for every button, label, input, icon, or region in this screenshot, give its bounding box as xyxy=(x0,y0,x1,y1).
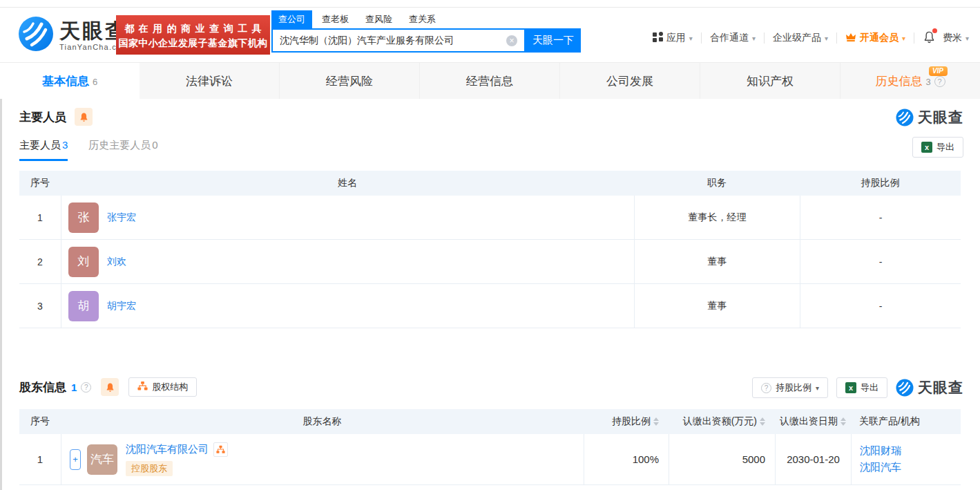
equity-structure-label: 股权结构 xyxy=(152,381,188,393)
chevron-down-icon: ▾ xyxy=(816,384,819,392)
row-amount: 5000 xyxy=(669,434,775,484)
avatar: 胡 xyxy=(68,291,99,321)
person-name-link[interactable]: 刘欢 xyxy=(107,256,126,268)
row-no: 1 xyxy=(19,196,61,239)
chevron-down-icon: ▾ xyxy=(752,35,756,42)
help-icon[interactable]: ? xyxy=(81,382,91,393)
org-chart-icon xyxy=(137,381,148,393)
search-tab-company[interactable]: 查公司 xyxy=(271,10,312,28)
avatar: 张 xyxy=(68,202,99,233)
subtab-current-people[interactable]: 主要人员3 xyxy=(19,139,68,161)
table-row: 2 刘 刘欢 董事 - xyxy=(19,240,961,284)
nav-vip-label: 开通会员 xyxy=(860,32,899,44)
tab-company-development[interactable]: 公司发展 xyxy=(559,63,700,99)
left-edge-strip xyxy=(0,62,2,490)
tab-history-info[interactable]: VIP 历史信息 3 ? xyxy=(840,63,980,99)
col-header-date-sort[interactable]: 认缴出资日期 xyxy=(775,409,851,434)
tab-basic-info[interactable]: 基本信息 6 xyxy=(0,63,140,99)
nav-user[interactable]: 费米 ▾ xyxy=(943,32,969,44)
shareholder-export-button[interactable]: x 导出 xyxy=(836,377,887,398)
sort-icon xyxy=(760,417,765,426)
tab-count: 3 xyxy=(925,77,930,87)
notification-bell-icon[interactable] xyxy=(923,30,936,46)
nav-enterprise[interactable]: 企业级产品 ▾ xyxy=(773,32,828,44)
search-input-wrap: × xyxy=(271,28,526,53)
col-header-label: 认缴出资日期 xyxy=(780,415,838,428)
tianyancha-swirl-icon xyxy=(18,16,59,55)
search-button[interactable]: 天眼一下 xyxy=(526,28,581,53)
person-name-link[interactable]: 张宇宏 xyxy=(107,211,136,224)
table-row: 1 张 张宇宏 董事长，经理 - xyxy=(19,196,961,240)
col-header-ratio-sort[interactable]: 持股比例 xyxy=(584,409,669,434)
nav-partner[interactable]: 合作通道 ▾ xyxy=(710,32,756,44)
nav-apps[interactable]: 应用 ▾ xyxy=(653,32,693,44)
tab-label: 基本信息 xyxy=(42,73,89,89)
tab-legal-proceedings[interactable]: 法律诉讼 xyxy=(140,63,279,99)
search-input[interactable] xyxy=(273,30,524,51)
row-ratio: 100% xyxy=(584,434,669,484)
search-tab-relation[interactable]: 查关系 xyxy=(402,10,443,28)
subtab-history-people[interactable]: 历史主要人员0 xyxy=(88,139,157,161)
monitor-bell-icon[interactable] xyxy=(75,108,93,126)
excel-icon: x xyxy=(921,142,932,153)
related-link[interactable]: 沈阳汽车 xyxy=(860,461,901,474)
col-header-amount-sort[interactable]: 认缴出资额(万元) xyxy=(669,409,775,434)
row-no: 3 xyxy=(19,284,61,328)
chevron-down-icon: ▾ xyxy=(965,35,969,42)
row-ratio: - xyxy=(800,284,961,328)
tianyancha-logo[interactable]: 天眼查 TianYanCha.com xyxy=(18,16,129,55)
watermark-text: 天眼查 xyxy=(918,108,963,127)
ratio-filter-button[interactable]: ? 持股比例 ▾ xyxy=(752,377,828,398)
col-header-no: 序号 xyxy=(19,409,61,434)
nav-divider xyxy=(914,32,914,44)
help-icon[interactable]: ? xyxy=(934,76,945,87)
row-position: 董事长，经理 xyxy=(634,196,800,239)
avatar: 刘 xyxy=(68,247,99,277)
chevron-down-icon: ▾ xyxy=(825,35,828,42)
chevron-down-icon: ▾ xyxy=(902,35,905,42)
promo-line1: 都在用的商业查询工具 xyxy=(120,21,267,36)
tab-label: 公司发展 xyxy=(606,73,653,89)
row-ratio: - xyxy=(800,240,961,283)
shareholder-name-link[interactable]: 沈阳汽车有限公司 xyxy=(126,443,209,456)
people-subtabs: 主要人员3 历史主要人员0 xyxy=(19,139,158,161)
tab-label: 法律诉讼 xyxy=(186,73,233,89)
equity-structure-button[interactable]: 股权结构 xyxy=(128,377,197,397)
col-header-no: 序号 xyxy=(19,171,61,196)
clear-icon[interactable]: × xyxy=(506,35,517,46)
tab-operating-risk[interactable]: 经营风险 xyxy=(279,63,419,99)
excel-icon: x xyxy=(845,382,856,393)
people-export-button[interactable]: x 导出 xyxy=(912,137,963,158)
shareholder-section-title: 股东信息 xyxy=(19,379,66,395)
grid-icon xyxy=(653,32,663,44)
crown-icon xyxy=(845,32,856,44)
table-row: 1 + 汽车 沈阳汽车有限公司 xyxy=(19,434,961,485)
related-link[interactable]: 沈阳财瑞 xyxy=(860,444,901,458)
person-name-link[interactable]: 胡宇宏 xyxy=(107,300,136,312)
expand-button[interactable]: + xyxy=(70,449,81,470)
col-header-label: 认缴出资额(万元) xyxy=(683,415,757,428)
nav-divider xyxy=(764,32,765,44)
sort-icon xyxy=(653,417,659,426)
export-label: 导出 xyxy=(861,381,878,394)
nav-vip-membership[interactable]: 开通会员 ▾ xyxy=(845,32,905,44)
tab-intellectual-property[interactable]: 知识产权 xyxy=(700,63,840,99)
tab-label: 历史信息 xyxy=(875,73,922,89)
nav-divider xyxy=(836,32,837,44)
row-no: 2 xyxy=(19,240,61,283)
related-links: 沈阳财瑞 沈阳汽车 xyxy=(860,444,901,474)
tab-label: 知识产权 xyxy=(747,73,794,89)
search-tab-risk[interactable]: 查风险 xyxy=(358,10,399,28)
subtab-label: 历史主要人员 xyxy=(88,139,151,151)
search-tab-boss[interactable]: 查老板 xyxy=(315,10,356,28)
col-header-ratio: 持股比例 xyxy=(800,171,961,196)
help-icon: ? xyxy=(761,383,771,393)
tianyancha-watermark: 天眼查 xyxy=(896,378,963,397)
tab-operating-info[interactable]: 经营信息 xyxy=(419,63,559,99)
tianyancha-company-page: 天眼查 TianYanCha.com 都在用的商业查询工具 国家中小企业发展子基… xyxy=(0,0,980,490)
nav-apps-label: 应用 xyxy=(666,32,686,44)
controlling-shareholder-tag: 控股股东 xyxy=(126,461,173,476)
monitor-bell-icon[interactable] xyxy=(101,378,119,396)
equity-chart-icon[interactable] xyxy=(213,442,228,457)
table-row: 3 胡 胡宇宏 董事 - xyxy=(19,284,961,328)
